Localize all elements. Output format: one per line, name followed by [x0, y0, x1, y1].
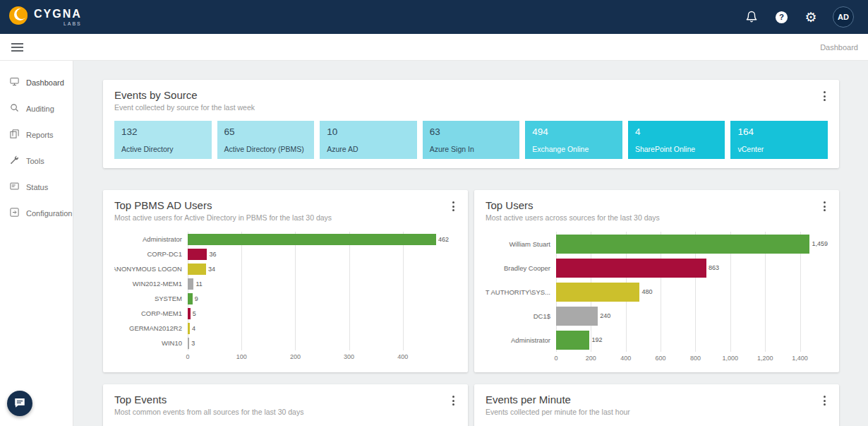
chart-category-label: WIN10 — [114, 336, 188, 350]
chart-x-tick-label: 800 — [690, 355, 701, 362]
topbar-icons: ? ⚙ AD — [744, 6, 854, 28]
source-tile: 4 SharePoint Online — [628, 121, 725, 159]
tile-label: Azure AD — [327, 145, 410, 153]
chart-value-label: 34 — [208, 266, 215, 273]
chart-x-tick-label: 400 — [620, 355, 631, 362]
card-menu-kebab-icon[interactable] — [816, 393, 832, 408]
chart-x-tick-label: 200 — [586, 355, 596, 362]
sidebar-item-configuration[interactable]: Configuration — [0, 200, 73, 226]
chart-category-label: SYSTEM — [114, 291, 188, 306]
tile-label: Exchange Online — [532, 145, 615, 153]
chart-bar — [556, 331, 589, 350]
source-tile: 63 Azure Sign In — [423, 121, 520, 159]
chart-bar — [188, 264, 206, 275]
card-title: Events by Source — [114, 89, 828, 101]
sidebar-item-label: Reports — [26, 131, 54, 139]
chart-x-tick-label: 0 — [554, 355, 557, 362]
card-menu-kebab-icon[interactable] — [445, 199, 461, 214]
sidebar-item-label: Status — [26, 183, 48, 191]
chart-category-label: Administrator — [486, 328, 556, 352]
tile-value: 494 — [532, 126, 615, 137]
card-subtitle: Event collected by source for the last w… — [114, 103, 828, 112]
card-subtitle: Most active users for Active Directory i… — [114, 213, 457, 222]
chart-value-label: 9 — [195, 295, 198, 302]
sidebar: Dashboard Auditing Reports — [0, 61, 73, 426]
tile-value: 132 — [121, 126, 205, 137]
card-menu-kebab-icon[interactable] — [816, 199, 832, 214]
top-navbar: CYGNA LABS ? ⚙ AD — [0, 0, 868, 34]
chart-bar — [556, 307, 598, 326]
tile-label: SharePoint Online — [635, 145, 718, 153]
chart-category-label: ANONYMOUS LOGON — [114, 261, 188, 276]
sidebar-item-dashboard[interactable]: Dashboard — [0, 69, 73, 95]
chart-bar — [556, 259, 706, 278]
chart-value-label: 240 — [600, 312, 610, 319]
tile-label: vCenter — [737, 145, 821, 153]
card-events-by-source: Events by Source Event collected by sour… — [103, 80, 839, 168]
chart-value-label: 11 — [195, 280, 202, 288]
tile-value: 65 — [224, 126, 308, 137]
chat-button[interactable] — [7, 391, 32, 416]
card-events-per-minute: Events per Minute Events collected per m… — [474, 384, 839, 426]
sidebar-item-status[interactable]: Status — [0, 174, 73, 200]
chart-x-tick-label: 600 — [656, 355, 666, 362]
settings-gear-icon[interactable]: ⚙ — [803, 9, 819, 25]
card-menu-kebab-icon[interactable] — [445, 393, 461, 408]
chart-bar — [556, 235, 809, 254]
chart-value-label: 1,459 — [812, 240, 828, 247]
card-title: Top PBMS AD Users — [114, 199, 457, 211]
chart-category-label: NT AUTHORITY\SYS... — [486, 280, 556, 304]
chart-x-tick-label: 300 — [344, 353, 354, 360]
chart-bar — [188, 293, 193, 304]
sidebar-item-label: Tools — [26, 157, 44, 165]
chart-value-label: 462 — [438, 236, 449, 243]
brand-logo[interactable]: CYGNA LABS — [8, 6, 82, 28]
reports-icon — [9, 129, 20, 141]
chart-x-tick-label: 1,200 — [757, 355, 773, 362]
chart-category-label: CORP-DC1 — [114, 247, 188, 261]
chart-bar — [188, 234, 436, 245]
sidebar-item-auditing[interactable]: Auditing — [0, 95, 73, 122]
chat-bubble-icon — [13, 396, 26, 411]
chart-value-label: 480 — [641, 288, 652, 295]
chart-bar — [188, 249, 207, 260]
avatar[interactable]: AD — [833, 6, 854, 28]
tile-value: 4 — [635, 126, 718, 137]
top-pbms-ad-users-chart: AdministratorCORP-DC1ANONYMOUS LOGONWIN2… — [114, 232, 457, 362]
notifications-bell-icon[interactable] — [744, 9, 759, 25]
chart-x-tick-label: 400 — [397, 353, 408, 360]
chart-x-tick-label: 1,000 — [723, 355, 739, 362]
card-subtitle: Events collected per minute for the last… — [486, 408, 828, 416]
search-icon — [9, 102, 20, 114]
menu-toggle-hamburger-icon[interactable] — [10, 40, 25, 54]
card-menu-kebab-icon[interactable] — [816, 88, 832, 104]
help-icon[interactable]: ? — [773, 9, 789, 25]
card-title: Top Events — [114, 394, 457, 406]
dashboard-icon — [9, 76, 20, 88]
sub-header-bar: Dashboard — [0, 34, 868, 61]
tile-value: 63 — [430, 126, 513, 137]
tile-label: Active Directory — [121, 145, 205, 153]
card-title: Top Users — [486, 199, 828, 211]
sidebar-item-reports[interactable]: Reports — [0, 122, 73, 148]
tile-value: 164 — [737, 126, 821, 137]
chart-x-tick-label: 100 — [236, 353, 247, 360]
source-tile: 494 Exchange Online — [525, 121, 622, 159]
card-top-users: Top Users Most active users across sourc… — [474, 190, 839, 372]
tile-label: Azure Sign In — [430, 145, 513, 153]
card-title: Events per Minute — [486, 394, 828, 406]
chart-category-label: Administrator — [114, 232, 188, 247]
chart-value-label: 4 — [192, 325, 195, 332]
card-top-events: Top Events Most common events from all s… — [103, 384, 468, 426]
sidebar-item-tools[interactable]: Tools — [0, 148, 73, 174]
cygna-logo-icon — [8, 6, 28, 28]
chart-x-tick-label: 1,400 — [792, 355, 808, 362]
card-subtitle: Most common events from all sources for … — [114, 408, 457, 416]
brand-sub: LABS — [64, 21, 82, 26]
chart-category-label: DC1$ — [486, 304, 556, 328]
chart-value-label: 5 — [193, 310, 196, 317]
chart-value-label: 192 — [591, 336, 602, 343]
chart-bar — [188, 308, 191, 319]
source-tile: 132 Active Directory — [114, 121, 212, 159]
chart-x-tick-label: 0 — [186, 353, 189, 360]
